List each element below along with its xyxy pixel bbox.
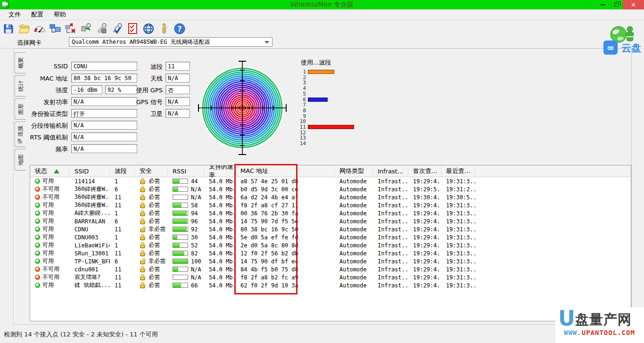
table-row[interactable]: 可用鍒 筑鎴戯...11必需6654.0 Mb...62 f0 2f 9d 10… [30, 281, 631, 289]
signal-radar-chart [198, 58, 292, 156]
column-header-1[interactable]: SSID [70, 165, 110, 177]
table-row[interactable]: 不可用360鍏嶈垂W...11必需N/A ...54.0 Mb...6a d2 … [30, 193, 631, 201]
rssi-value: 58 [191, 202, 198, 209]
column-header-7[interactable]: 网络类型 [335, 165, 373, 177]
field-label-1: MAC 地址 [18, 74, 68, 83]
field-right-value-2[interactable]: 否 [165, 85, 190, 94]
rate-cell: 54.0 Mb... [204, 258, 236, 265]
table-row[interactable]: 可用TP-LINK_BFE46非必需10054.0 Mb...14 75 90 … [30, 257, 631, 265]
open-folder-icon[interactable] [17, 22, 31, 35]
title-bar: WirelessMon 专业版 ✕ [0, 0, 644, 9]
minimize-button[interactable] [596, 0, 610, 9]
ssid-cell: CDNU003 [70, 234, 110, 241]
help-icon[interactable]: ? [173, 22, 186, 35]
rssi-bar [173, 259, 188, 264]
rate-cell: 54.0 Mb... [204, 266, 236, 273]
infrastructure-cell: Infrast... [373, 218, 408, 225]
status-label: 可用 [42, 209, 54, 217]
field-right-value-3[interactable]: N/A [165, 97, 190, 106]
table-row[interactable]: 可用CDNU11非必需9254.0 Mb...80 38 bc 16 9c 50… [30, 225, 631, 233]
table-row[interactable]: 可用CDNU0031必需3054.0 Mb...5e d0 5a ef fe f… [30, 233, 631, 241]
adapter-label: 选择网卡 [17, 39, 41, 47]
field-value-5[interactable]: N/A [71, 121, 137, 130]
status-cell: 不可用 [30, 265, 70, 273]
column-header-2[interactable]: 波段 [110, 165, 135, 177]
rssi-value: 96 [191, 218, 198, 225]
table-row[interactable]: 可用BARRYALAN6必需9654.0 Mb...14 75 90 7d f5… [30, 217, 631, 225]
security-label: 必需 [149, 273, 160, 281]
menu-item-0[interactable]: 文件 [4, 9, 25, 20]
rate-cell: 54.0 Mb... [204, 210, 236, 217]
status-label: 可用 [42, 217, 54, 225]
field-value-2[interactable]: -16 dBm [71, 85, 102, 94]
adapter-select[interactable]: Qualcomm Atheros AR9485WB-EG 无线网络适配器 [69, 37, 272, 47]
status-cell: 可用 [30, 257, 70, 265]
cloud-icon[interactable]: ∞ [603, 41, 618, 55]
column-header-8[interactable]: Infrast... [373, 165, 408, 177]
menu-item-2[interactable]: 帮助 [49, 9, 71, 20]
field-right-value-4[interactable]: N/A [165, 109, 190, 118]
column-header-0[interactable]: 状态 [30, 165, 70, 177]
svg-text:?: ? [177, 24, 182, 33]
status-available-icon [35, 219, 40, 224]
stop-logging-icon[interactable] [95, 22, 108, 35]
field-value-7[interactable]: N/A [71, 144, 137, 153]
start-logging-icon[interactable] [80, 22, 93, 35]
rssi-value: 30 [191, 234, 198, 241]
checklist-icon[interactable] [126, 22, 140, 35]
table-row[interactable]: 可用A鍏大腑鍥...1必需9454.0 Mb...00 36 76 2b 30 … [30, 209, 631, 217]
column-header-5[interactable]: 支持的速率 [204, 165, 236, 177]
save-icon[interactable] [2, 22, 15, 35]
info-icon[interactable] [157, 22, 171, 35]
rssi-value: 44 [191, 178, 198, 185]
field-value-4[interactable]: 打开 [71, 109, 137, 118]
rssi-bar [173, 235, 188, 240]
table-row[interactable]: 可用1141141必需4454.0 Mb...a8 57 4e 25 01 d8… [30, 177, 631, 185]
security-cell: 非必需 [135, 257, 168, 265]
verify-icon[interactable] [111, 22, 124, 35]
cloud-drive-widget[interactable]: ∞ 云盘 [602, 24, 644, 56]
rssi-value: 52 [191, 242, 198, 249]
security-cell: 非必需 [135, 225, 168, 233]
table-row[interactable]: 可用LieBaoWiFi4131必需5254.0 Mb...2e d0 5a 8… [30, 241, 631, 249]
close-button[interactable]: ✕ [623, 0, 644, 9]
infrastructure-cell: Infrast... [373, 250, 408, 257]
status-text: 检测到 14 个接入点 (12 安全 - 2 未知安全) - 11 个可用 [4, 330, 158, 339]
connect-icon[interactable] [49, 22, 62, 35]
first-seen-cell: 19:29:4... [408, 250, 441, 257]
field-value-6[interactable]: N/A [71, 132, 137, 141]
channel-bar-1 [308, 70, 334, 74]
lock-closed-icon [140, 242, 146, 248]
table-row[interactable]: 不可用cdnu00111必需N/A ...54.0 Mb...84 4b f5 … [30, 265, 631, 273]
disconnect-icon[interactable] [64, 22, 77, 35]
security-label: 必需 [149, 217, 160, 225]
internet-icon[interactable] [142, 22, 155, 35]
status-available-icon [35, 259, 40, 264]
column-header-4[interactable]: RSSI [168, 165, 204, 177]
table-row[interactable]: 不可用宸叉瑺璐?11必需N/A ...54.0 Mb...f8 2f a8 b2… [30, 273, 631, 281]
field-value-1[interactable]: 80 38 bc 16 9c 50 [71, 74, 137, 82]
lock-closed-icon [140, 186, 146, 192]
field-right-value-1[interactable]: N/A [165, 74, 190, 82]
column-header-10[interactable]: 最近查... [441, 165, 475, 177]
menu-item-1[interactable]: 配置 [26, 9, 48, 20]
rssi-cell: 44 [168, 178, 204, 185]
rssi-cell: 82 [168, 250, 204, 257]
infrastructure-cell: Infrast... [373, 178, 408, 185]
table-row[interactable]: 可用SRun_13001...11必需8254.0 Mb...12 f0 2f … [30, 249, 631, 257]
first-seen-cell: 19:30:4... [408, 194, 441, 201]
field-value-3[interactable]: N/A [71, 97, 137, 106]
ssid-cell: 鍒 筑鎴戯... [70, 281, 110, 289]
network-type-cell: Automode [335, 226, 373, 233]
channel-cell: 1 [110, 234, 135, 241]
field-right-value-0[interactable]: 11 [165, 62, 190, 71]
column-header-label: 状态 [35, 167, 47, 175]
table-row[interactable]: 不可用360鍏嶈垂W...6必需N/A ...54.0 Mb...b0 d5 9… [30, 185, 631, 193]
gauge-icon[interactable] [33, 22, 46, 35]
security-cell: 必需 [135, 273, 168, 281]
column-header-9[interactable]: 首次查... [408, 165, 441, 177]
table-row[interactable]: 可用360鍏嶈垂W...11必需5854.0 Mb...f8 2f a8 cf … [30, 201, 631, 209]
maximize-button[interactable] [610, 0, 623, 9]
field-value-0[interactable]: CDNU [71, 62, 137, 71]
column-header-3[interactable]: 安全 [135, 165, 168, 177]
